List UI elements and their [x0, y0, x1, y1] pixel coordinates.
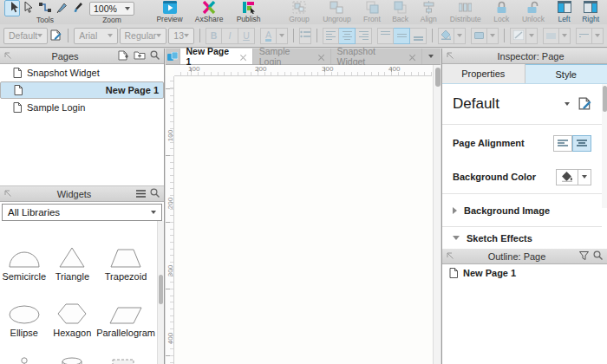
line-width-dropdown[interactable]	[559, 28, 571, 44]
widget-item-snapshot[interactable]: Snapshot	[96, 346, 155, 364]
collapse-pane-icon[interactable]	[4, 51, 12, 62]
align-button[interactable]: Align	[414, 1, 443, 24]
edit-style-button[interactable]	[49, 28, 62, 44]
lock-button[interactable]: Lock	[488, 1, 516, 24]
fill-color-dropdown[interactable]	[454, 28, 466, 44]
zoom-caption: Zoom	[102, 16, 121, 24]
pages-overview-icon[interactable]	[166, 49, 180, 64]
chevron-down-icon[interactable]	[565, 102, 570, 106]
sketch-effects-row[interactable]: Sketch Effects	[442, 227, 602, 249]
filter-icon[interactable]	[579, 251, 589, 262]
widgets-scrollbar-thumb[interactable]	[159, 275, 163, 304]
widget-item-triangle[interactable]: Triangle	[49, 233, 97, 282]
widgets-scrollbar[interactable]	[157, 221, 164, 364]
widget-item-parallelogram[interactable]: Parallelogram	[96, 289, 155, 338]
widget-item-ellipse[interactable]: Ellipse	[0, 289, 49, 338]
widget-item-hexagon[interactable]: Hexagon	[49, 289, 97, 338]
font-family-select[interactable]: Arial	[74, 28, 117, 44]
widgets-panel: Widgets All Libraries Semicircle Triangl…	[0, 186, 164, 364]
canvas-scrollbar[interactable]	[433, 65, 441, 364]
background-image-row[interactable]: Background Image	[442, 194, 602, 226]
canvas-tab[interactable]: Snapshot Widget	[331, 49, 422, 64]
line-color-button[interactable]	[510, 28, 526, 44]
font-weight-select[interactable]: Regular	[120, 28, 167, 44]
line-color-dropdown[interactable]	[526, 28, 538, 44]
swatch-dropdown[interactable]	[487, 28, 499, 44]
inspector-scrollbar[interactable]	[602, 84, 607, 208]
align-top-button[interactable]	[377, 28, 394, 44]
canvas-tab[interactable]: Sample Login	[253, 49, 331, 64]
close-icon[interactable]	[240, 54, 246, 60]
line-style-button[interactable]	[576, 28, 592, 44]
close-icon[interactable]	[409, 54, 415, 60]
canvas-tab-active[interactable]: New Page 1	[180, 49, 253, 64]
zoom-select[interactable]: 100%	[89, 2, 134, 16]
tab-list-dropdown[interactable]	[422, 49, 441, 64]
align-right-button[interactable]	[356, 28, 372, 44]
back-button[interactable]: Back	[387, 1, 414, 24]
canvas-scrollbar-thumb[interactable]	[435, 68, 441, 87]
italic-button[interactable]: I	[222, 28, 238, 44]
distribute-button[interactable]: Distribute	[443, 1, 487, 24]
add-folder-icon[interactable]	[134, 50, 146, 62]
color-swatch-button[interactable]	[471, 28, 487, 44]
search-icon[interactable]	[150, 188, 160, 199]
bullet-list-button[interactable]	[299, 28, 311, 44]
page-item[interactable]: Snapshot Widget	[0, 64, 164, 81]
align-left-button[interactable]	[323, 28, 339, 44]
search-icon[interactable]	[593, 250, 603, 262]
search-icon[interactable]	[150, 50, 160, 62]
group-button[interactable]: Group	[282, 1, 317, 24]
edit-style-icon	[50, 29, 62, 42]
pen-tool-button[interactable]	[54, 1, 69, 16]
edit-style-icon[interactable]	[578, 97, 591, 112]
line-width-button[interactable]	[543, 28, 559, 44]
connector-tool-button[interactable]	[37, 1, 53, 16]
background-color-button[interactable]	[556, 169, 578, 185]
widget-item-trapezoid[interactable]: Trapezoid	[96, 233, 155, 282]
fill-bucket-button[interactable]	[438, 28, 454, 44]
widget-item-semicircle[interactable]: Semicircle	[0, 233, 49, 282]
widget-item-actor[interactable]: Actor	[0, 346, 49, 364]
widget-item-database[interactable]: Database	[49, 346, 97, 364]
align-middle-button[interactable]	[394, 28, 410, 44]
select-parent-tool-button[interactable]	[21, 1, 36, 16]
toggle-left-pane-button[interactable]: Left	[552, 1, 578, 24]
format-painter-button[interactable]	[70, 1, 86, 16]
collapse-pane-icon[interactable]	[4, 189, 12, 199]
tab-properties[interactable]: Properties	[442, 64, 525, 83]
group-icon	[292, 1, 306, 16]
font-size-select[interactable]: 13	[168, 28, 194, 44]
front-button[interactable]: Front	[357, 1, 387, 24]
select-tool-button[interactable]	[4, 0, 20, 16]
page-align-left-button[interactable]	[553, 135, 572, 152]
align-center-button[interactable]	[339, 28, 356, 44]
inspector-scrollbar-thumb[interactable]	[603, 86, 607, 112]
background-color-dropdown[interactable]	[578, 169, 591, 185]
bold-button[interactable]: B	[206, 28, 222, 44]
style-preset-select[interactable]: Default	[3, 28, 48, 44]
page-item-selected[interactable]: New Page 1	[0, 81, 164, 99]
publish-button[interactable]: Publish	[229, 1, 269, 24]
design-canvas[interactable]	[174, 76, 432, 364]
underline-button[interactable]: U	[238, 28, 255, 44]
collapse-pane-icon[interactable]	[447, 51, 454, 62]
unlock-button[interactable]: Unlock	[515, 1, 552, 24]
outline-item[interactable]: New Page 1	[442, 264, 607, 282]
ungroup-button[interactable]: Ungroup	[317, 1, 357, 24]
page-align-center-button[interactable]	[572, 135, 591, 152]
page-item[interactable]: Sample Login	[0, 99, 164, 116]
font-color-button[interactable]: A	[260, 28, 277, 44]
preview-button[interactable]: Preview	[150, 1, 190, 24]
library-filter-select[interactable]: All Libraries	[2, 204, 162, 221]
menu-icon[interactable]	[136, 189, 146, 199]
align-bottom-button[interactable]	[410, 28, 427, 44]
axshare-button[interactable]: AxShare	[189, 1, 229, 24]
close-icon[interactable]	[318, 54, 324, 60]
add-page-icon[interactable]	[118, 50, 129, 62]
font-color-dropdown[interactable]	[277, 28, 288, 44]
tab-style[interactable]: Style	[525, 64, 607, 83]
line-style-dropdown[interactable]	[592, 28, 604, 44]
collapse-pane-icon[interactable]	[447, 251, 454, 262]
toggle-right-pane-button[interactable]: Right	[577, 1, 604, 24]
